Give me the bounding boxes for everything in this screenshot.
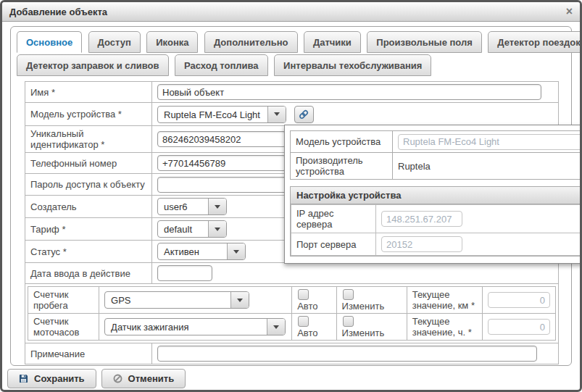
activation-date-label: Дата ввода в действие xyxy=(25,263,152,284)
password-label: Пароль доступа к объекту xyxy=(25,174,152,196)
server-ip-label: IP адрес сервера xyxy=(291,205,376,233)
edit-checkbox-label: Изменить xyxy=(342,301,385,312)
link-icon xyxy=(299,109,309,120)
tab-access[interactable]: Доступ xyxy=(88,31,141,53)
auto-checkbox-label: Авто xyxy=(297,328,317,338)
status-label: Статус * xyxy=(25,241,152,263)
dialog-footer: Сохранить Отменить xyxy=(7,369,186,388)
tab-main[interactable]: Основное xyxy=(17,31,82,53)
hours-auto-checkbox[interactable] xyxy=(298,316,309,327)
popup-row-manufacturer: Производитель устройства Ruptela xyxy=(291,153,582,180)
popup-row-server-port: Порт сервера xyxy=(291,233,582,256)
name-input[interactable] xyxy=(157,84,541,100)
form-row-device-model: Модель устройства * Ruptela FM-Eco4 Ligh… xyxy=(25,103,559,126)
save-button[interactable]: Сохранить xyxy=(7,369,96,388)
chevron-down-icon[interactable] xyxy=(208,221,226,237)
mileage-auto-checkbox[interactable] xyxy=(298,289,309,300)
name-label: Имя * xyxy=(25,82,152,103)
popup-model-label: Модель устройства xyxy=(291,131,393,153)
server-port-input xyxy=(381,236,462,252)
device-model-label: Модель устройства * xyxy=(25,103,152,126)
form-row-note: Примечание xyxy=(25,343,559,364)
form-row-counters: Счетчик пробега GPS Авто xyxy=(25,284,559,343)
hours-current-input xyxy=(488,319,550,335)
chevron-down-icon[interactable] xyxy=(208,199,226,214)
tab-row-1: Основное Доступ Иконка Дополнительно Дат… xyxy=(17,31,568,53)
tab-row-2: Детектор заправок и сливов Расход топлив… xyxy=(17,54,568,76)
note-input[interactable] xyxy=(157,346,537,362)
tab-icon[interactable]: Иконка xyxy=(146,31,198,53)
cancel-icon xyxy=(113,374,122,383)
auto-checkbox-label: Авто xyxy=(297,301,317,312)
mileage-current-label: Текущее значение, км * xyxy=(407,287,482,314)
activation-date-input[interactable] xyxy=(157,265,212,281)
tariff-select[interactable]: default xyxy=(157,220,227,238)
tab-fuel-fillings-detector[interactable]: Детектор заправок и сливов xyxy=(17,54,169,76)
engine-hours-sensor-select[interactable]: Датчик зажигания xyxy=(104,318,286,335)
save-icon xyxy=(19,374,28,383)
engine-hours-counter-label: Счетчик моточасов xyxy=(28,314,99,341)
mileage-counter-row: Счетчик пробега GPS Авто xyxy=(28,287,556,314)
form-row-activation-date: Дата ввода в действие xyxy=(25,263,559,284)
save-button-label: Сохранить xyxy=(34,373,85,384)
status-select[interactable]: Активен xyxy=(157,243,246,260)
device-settings-link-button[interactable] xyxy=(294,106,314,123)
tariff-label: Тариф * xyxy=(25,218,152,241)
tab-trip-detector[interactable]: Детектор поездок и стоянок xyxy=(488,31,582,53)
dialog-titlebar[interactable]: Добавление объекта × xyxy=(2,2,580,22)
phone-label: Телефонный номер xyxy=(25,153,152,174)
tab-bar: Основное Доступ Иконка Дополнительно Дат… xyxy=(17,31,568,78)
device-info-table: Модель устройства Производитель устройст… xyxy=(290,130,582,180)
edit-checkbox-label: Изменить xyxy=(342,328,385,338)
form-row-name: Имя * xyxy=(25,82,559,103)
popup-manufacturer-label: Производитель устройства xyxy=(291,153,393,180)
device-model-select[interactable]: Ruptela FM-Eco4 Light xyxy=(157,106,286,123)
cancel-button-label: Отменить xyxy=(128,373,175,384)
note-label: Примечание xyxy=(25,343,152,364)
dialog-title: Добавление объекта xyxy=(9,7,107,17)
tab-fuel-consumption[interactable]: Расход топлива xyxy=(175,54,268,76)
cancel-button[interactable]: Отменить xyxy=(101,369,186,388)
mileage-sensor-select[interactable]: GPS xyxy=(104,291,249,309)
unique-id-label: Уникальный идентификатор * xyxy=(25,126,152,153)
chevron-down-icon[interactable] xyxy=(230,292,249,308)
chevron-down-icon[interactable] xyxy=(267,107,286,122)
engine-hours-counter-row: Счетчик моточасов Датчик зажигания Авто xyxy=(28,314,556,341)
tab-service-intervals[interactable]: Интервалы техобслуживания xyxy=(274,54,431,76)
mileage-edit-checkbox[interactable] xyxy=(343,289,354,300)
mileage-current-input xyxy=(488,292,550,308)
hours-current-label: Текущее значение, ч. * xyxy=(407,314,482,341)
server-ip-input xyxy=(381,211,462,227)
popup-row-server-ip: IP адрес сервера xyxy=(291,205,582,233)
server-port-label: Порт сервера xyxy=(291,233,376,256)
tab-sensors[interactable]: Датчики xyxy=(304,31,361,53)
mileage-counter-label: Счетчик пробега xyxy=(28,287,99,314)
tab-advanced[interactable]: Дополнительно xyxy=(204,31,298,53)
hours-edit-checkbox[interactable] xyxy=(343,316,354,327)
device-config-popup: Модель устройства Производитель устройст… xyxy=(284,125,582,264)
device-settings-table: IP адрес сервера Порт сервера xyxy=(291,204,582,256)
creator-label: Создатель xyxy=(25,196,152,218)
chevron-down-icon[interactable] xyxy=(267,319,285,335)
chevron-down-icon[interactable] xyxy=(227,243,245,259)
device-settings-title: Настройка устройства xyxy=(291,187,582,204)
creator-select[interactable]: user6 xyxy=(157,198,227,215)
unique-id-input[interactable] xyxy=(157,131,286,147)
popup-row-model: Модель устройства xyxy=(291,131,582,153)
popup-manufacturer-value: Ruptela xyxy=(393,153,582,180)
tab-custom-fields[interactable]: Произвольные поля xyxy=(367,31,481,53)
close-icon[interactable]: × xyxy=(566,7,573,17)
device-settings-box: Настройка устройства IP адрес сервера По… xyxy=(290,186,582,257)
counters-table: Счетчик пробега GPS Авто xyxy=(28,286,556,341)
phone-input[interactable] xyxy=(157,155,286,171)
popup-model-input xyxy=(398,134,582,150)
add-object-dialog: Добавление объекта × Основное Доступ Ико… xyxy=(0,0,582,392)
